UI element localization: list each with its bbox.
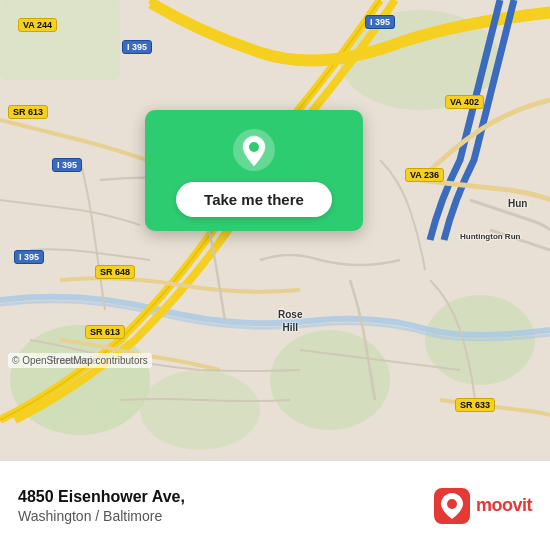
address-block: 4850 Eisenhower Ave, Washington / Baltim… — [18, 488, 185, 524]
place-label-rose-hill: RoseHill — [278, 308, 302, 334]
road-badge-sr648: SR 648 — [95, 265, 135, 279]
road-badge-i395-tr: I 395 — [365, 15, 395, 29]
moovit-brand-text: moovit — [476, 495, 532, 516]
city-line: Washington / Baltimore — [18, 508, 185, 524]
place-label-huntington-run: Huntington Run — [460, 232, 520, 241]
moovit-logo: moovit — [434, 488, 532, 524]
road-badge-va402: VA 402 — [445, 95, 484, 109]
info-bar: 4850 Eisenhower Ave, Washington / Baltim… — [0, 460, 550, 550]
map-attribution: © OpenStreetMap contributors — [8, 353, 152, 368]
road-badge-va236: VA 236 — [405, 168, 444, 182]
svg-rect-4 — [0, 0, 120, 80]
road-badge-i395-mid: I 395 — [52, 158, 82, 172]
moovit-icon — [434, 488, 470, 524]
location-pin-icon — [232, 128, 276, 172]
take-me-there-button[interactable]: Take me there — [176, 182, 332, 217]
action-card: Take me there — [145, 110, 363, 231]
road-badge-sr613-l: SR 613 — [8, 105, 48, 119]
road-badge-i395-l2: I 395 — [14, 250, 44, 264]
road-badge-va244: VA 244 — [18, 18, 57, 32]
address-line: 4850 Eisenhower Ave, — [18, 488, 185, 506]
place-label-hun: Hun — [508, 198, 527, 209]
road-badge-sr633: SR 633 — [455, 398, 495, 412]
svg-point-6 — [140, 370, 260, 450]
road-badge-i395-tl: I 395 — [122, 40, 152, 54]
svg-point-10 — [447, 499, 457, 509]
road-badge-sr613-b: SR 613 — [85, 325, 125, 339]
svg-point-8 — [249, 142, 259, 152]
map-container: VA 244 I 395 SR 613 I 395 I 395 VA 402 I… — [0, 0, 550, 460]
